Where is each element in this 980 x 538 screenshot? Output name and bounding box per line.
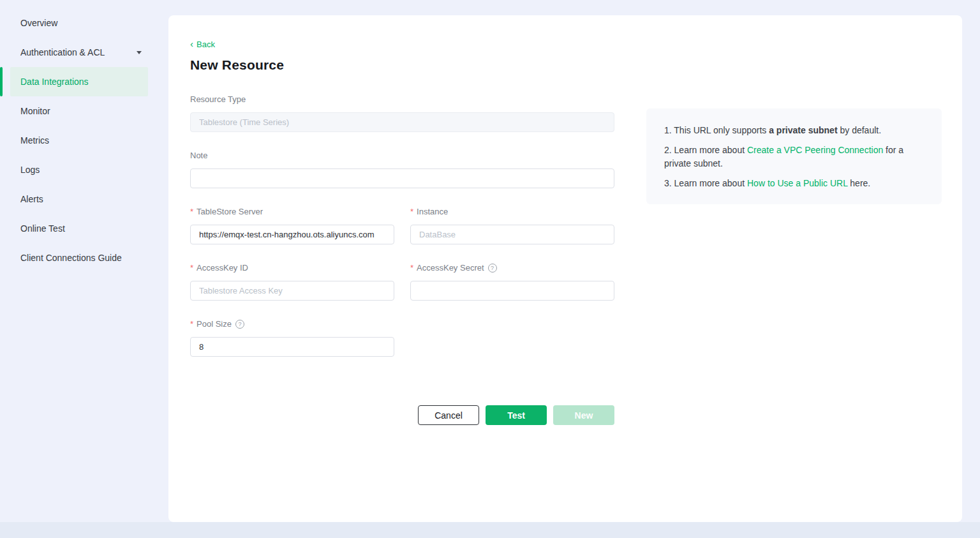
field-accesskey-secret: * AccessKey Secret ? xyxy=(410,263,614,301)
required-asterisk: * xyxy=(190,319,193,329)
page-root: Overview Authentication & ACL Data Integ… xyxy=(0,0,980,538)
row-server-instance: * TableStore Server * Instance xyxy=(190,207,614,263)
row-pool-size: * Pool Size ? xyxy=(190,319,614,375)
sidebar-item-label: Data Integrations xyxy=(20,77,89,87)
accesskey-id-input[interactable] xyxy=(190,281,394,301)
test-button[interactable]: Test xyxy=(486,405,547,425)
field-resource-type: Resource Type xyxy=(190,94,614,132)
info-bold-text: a private subnet xyxy=(769,125,837,135)
back-link[interactable]: ‹ Back xyxy=(190,40,215,49)
new-resource-card: ‹ Back New Resource Resource Type Note xyxy=(168,15,962,522)
info-line-3: 3. Learn more about How to Use a Public … xyxy=(664,177,924,190)
sidebar-item-online-test[interactable]: Online Test xyxy=(10,214,148,243)
content-row: Overview Authentication & ACL Data Integ… xyxy=(0,0,980,522)
sidebar-item-label: Client Connections Guide xyxy=(20,253,122,263)
sidebar-item-overview[interactable]: Overview xyxy=(10,8,148,38)
sidebar-item-label: Online Test xyxy=(20,223,65,234)
pool-size-label: * Pool Size ? xyxy=(190,319,394,329)
accesskey-secret-input[interactable] xyxy=(410,281,614,301)
field-accesskey-id: * AccessKey ID xyxy=(190,263,394,301)
instance-input[interactable] xyxy=(410,225,614,244)
pool-size-input[interactable] xyxy=(190,337,394,357)
info-line-1: 1. This URL only supports a private subn… xyxy=(664,124,924,137)
sidebar-item-label: Authentication & ACL xyxy=(20,47,105,57)
note-input[interactable] xyxy=(190,168,614,188)
instance-label: * Instance xyxy=(410,207,614,216)
page-title: New Resource xyxy=(190,57,962,73)
main-area: ‹ Back New Resource Resource Type Note xyxy=(160,0,980,522)
sidebar-item-monitor[interactable]: Monitor xyxy=(10,96,148,126)
sidebar-item-metrics[interactable]: Metrics xyxy=(10,126,148,155)
sidebar-item-label: Overview xyxy=(20,18,57,28)
resource-type-label: Resource Type xyxy=(190,94,614,104)
chevron-left-icon: ‹ xyxy=(190,39,193,49)
sidebar: Overview Authentication & ACL Data Integ… xyxy=(0,0,160,522)
info-line-2: 2. Learn more about Create a VPC Peering… xyxy=(664,144,924,170)
new-resource-form: Resource Type Note * xyxy=(190,94,614,425)
sidebar-item-label: Metrics xyxy=(20,135,49,146)
info-panel: 1. This URL only supports a private subn… xyxy=(646,108,942,204)
note-label: Note xyxy=(190,151,614,160)
sidebar-item-label: Logs xyxy=(20,165,40,175)
form-actions: Cancel Test New xyxy=(190,405,614,425)
sidebar-item-logs[interactable]: Logs xyxy=(10,155,148,184)
chevron-down-icon xyxy=(137,51,142,54)
accesskey-id-label: * AccessKey ID xyxy=(190,263,394,273)
row-accesskey: * AccessKey ID * AccessKey Secret ? xyxy=(190,263,614,319)
required-asterisk: * xyxy=(410,207,413,216)
question-circle-icon[interactable]: ? xyxy=(235,320,244,329)
field-instance: * Instance xyxy=(410,207,614,244)
vpc-peering-link[interactable]: Create a VPC Peering Connection xyxy=(747,145,883,155)
tablestore-server-input[interactable] xyxy=(190,225,394,244)
required-asterisk: * xyxy=(190,207,193,216)
sidebar-item-authentication-acl[interactable]: Authentication & ACL xyxy=(10,38,148,67)
public-url-link[interactable]: How to Use a Public URL xyxy=(747,178,847,188)
back-label: Back xyxy=(197,40,215,49)
cancel-button[interactable]: Cancel xyxy=(418,405,479,425)
field-note: Note xyxy=(190,151,614,188)
accesskey-secret-label: * AccessKey Secret ? xyxy=(410,263,614,273)
question-circle-icon[interactable]: ? xyxy=(488,264,497,273)
sidebar-item-alerts[interactable]: Alerts xyxy=(10,184,148,214)
field-tablestore-server: * TableStore Server xyxy=(190,207,394,244)
tablestore-server-label: * TableStore Server xyxy=(190,207,394,216)
sidebar-item-client-connections-guide[interactable]: Client Connections Guide xyxy=(10,243,148,273)
sidebar-item-data-integrations[interactable]: Data Integrations xyxy=(10,67,148,96)
new-button: New xyxy=(553,405,614,425)
field-pool-size: * Pool Size ? xyxy=(190,319,394,357)
resource-type-input xyxy=(190,112,614,132)
sidebar-item-label: Monitor xyxy=(20,106,50,116)
sidebar-item-label: Alerts xyxy=(20,194,43,204)
required-asterisk: * xyxy=(190,263,193,273)
required-asterisk: * xyxy=(410,263,413,273)
